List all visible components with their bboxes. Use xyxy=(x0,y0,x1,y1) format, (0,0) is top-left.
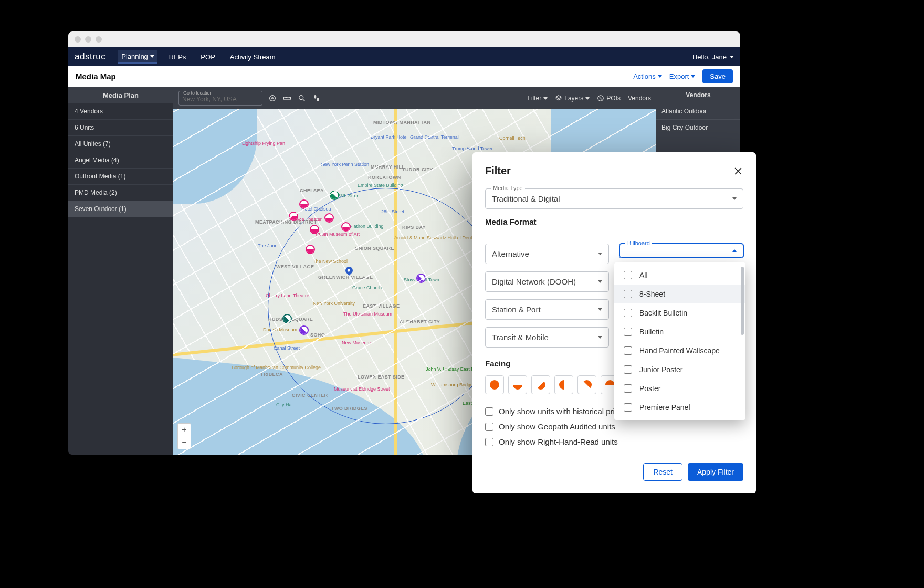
chevron-down-icon xyxy=(543,97,548,100)
facing-option[interactable] xyxy=(578,375,596,394)
sidebar-row[interactable]: Angel Media (4) xyxy=(68,152,173,169)
nav-planning[interactable]: Planning xyxy=(118,50,158,64)
nav-rfps[interactable]: RFPs xyxy=(166,51,190,63)
map-pin[interactable] xyxy=(299,200,309,209)
traffic-light-min[interactable] xyxy=(85,36,91,43)
dropdown-option[interactable]: Premiere Panel xyxy=(614,398,746,417)
checkbox-right-hand-read[interactable]: Only show Right-Hand-Read units xyxy=(485,434,743,449)
svg-point-0 xyxy=(270,96,276,101)
checkbox-icon xyxy=(485,423,494,431)
traffic-light-close[interactable] xyxy=(75,36,81,43)
map-pin[interactable] xyxy=(299,326,309,335)
chevron-down-icon xyxy=(658,75,662,78)
zoom-in-button[interactable]: + xyxy=(178,424,191,436)
footprints-icon[interactable] xyxy=(312,93,321,103)
map-pin[interactable] xyxy=(306,245,315,254)
format-select-alternative[interactable]: Alternative xyxy=(485,244,609,264)
nav-activity-stream[interactable]: Activity Stream xyxy=(227,51,279,63)
poi-label: Bryant Park Hotel xyxy=(370,134,408,140)
center-marker-icon[interactable] xyxy=(344,265,354,276)
block-icon xyxy=(597,94,604,102)
format-select-digital-network[interactable]: Digital Network (DOOH) xyxy=(485,271,609,292)
dropdown-option[interactable]: Junior Poster xyxy=(614,360,746,379)
map-pin[interactable] xyxy=(330,191,339,200)
dropdown-option[interactable]: 8-Sheet xyxy=(614,285,746,303)
checkbox-icon xyxy=(624,271,632,279)
page-subbar: Media Map Actions Export Save xyxy=(68,66,740,87)
filter-chip[interactable]: Filter xyxy=(528,94,548,102)
vendor-row[interactable]: Big City Outdoor xyxy=(656,119,740,135)
facing-option[interactable] xyxy=(531,375,550,394)
vendors-header: Vendors xyxy=(656,87,740,103)
map-pin[interactable] xyxy=(289,212,298,221)
sidebar-row[interactable]: 6 Units xyxy=(68,120,173,136)
traffic-light-max[interactable] xyxy=(96,36,102,43)
media-type-select[interactable]: Media Type Traditional & Digital xyxy=(485,188,743,209)
sidebar-row[interactable]: 4 Vendors xyxy=(68,103,173,120)
facing-option[interactable] xyxy=(508,375,527,394)
format-select-transit-mobile[interactable]: Transit & Mobile xyxy=(485,327,609,348)
map-pin[interactable] xyxy=(282,314,292,323)
filter-title: Filter xyxy=(485,165,511,177)
dropdown-option[interactable]: Hand Painted Wallscape xyxy=(614,341,746,360)
export-menu[interactable]: Export xyxy=(669,72,696,80)
chevron-down-icon xyxy=(598,308,602,311)
poi-label: Borough of Manhattan Community College xyxy=(231,365,321,370)
user-menu[interactable]: Hello, Jane xyxy=(692,53,734,61)
facing-option[interactable] xyxy=(554,375,573,394)
format-select-station-port[interactable]: Station & Port xyxy=(485,299,609,320)
ruler-icon[interactable] xyxy=(282,93,292,103)
sidebar-row[interactable]: Outfront Media (1) xyxy=(68,169,173,185)
location-search[interactable]: Go to location xyxy=(178,91,262,106)
apply-filter-button[interactable]: Apply Filter xyxy=(688,463,743,481)
vendor-row[interactable]: Atlantic Outdoor xyxy=(656,103,740,119)
zoom-out-button[interactable]: − xyxy=(178,436,191,449)
actions-menu[interactable]: Actions xyxy=(633,72,662,80)
highway xyxy=(394,109,397,455)
svg-point-3 xyxy=(299,96,303,100)
field-value: Traditional & Digital xyxy=(492,194,560,203)
dropdown-option[interactable]: Bulletin xyxy=(614,322,746,341)
layers-chip[interactable]: Layers xyxy=(555,94,590,102)
poi-label: Grand Central Terminal xyxy=(410,134,459,140)
svg-point-1 xyxy=(272,98,274,99)
nav-pop[interactable]: POP xyxy=(197,51,218,63)
dropdown-option[interactable]: Backlit Bulletin xyxy=(614,303,746,322)
chevron-up-icon xyxy=(732,249,737,252)
save-button[interactable]: Save xyxy=(702,69,733,83)
search-icon[interactable] xyxy=(297,93,307,103)
checkbox-geopath-audited[interactable]: Only show Geopath Audited units xyxy=(485,419,743,434)
checkbox-icon xyxy=(624,384,632,393)
map-pin[interactable] xyxy=(416,274,426,283)
poi-label: Flatiron Building xyxy=(349,224,384,229)
map-pin[interactable] xyxy=(310,225,319,234)
poi-label: Rubin Museum of Art xyxy=(315,232,360,237)
chevron-down-icon xyxy=(730,56,734,58)
media-plan-sidebar: Media Plan 4 Vendors 6 Units All Unites … xyxy=(68,87,173,455)
district-label: MURRAY HILL xyxy=(370,164,405,170)
format-select-billboard[interactable]: Billboard xyxy=(620,244,743,258)
dropdown-option[interactable]: All xyxy=(614,266,746,285)
poi-label: The Jane xyxy=(257,243,278,248)
sidebar-row[interactable]: All Unites (7) xyxy=(68,136,173,152)
scrollbar[interactable] xyxy=(741,267,744,335)
checkbox-icon xyxy=(485,438,494,446)
layers-icon xyxy=(555,94,562,102)
dropdown-option[interactable]: Poster xyxy=(614,379,746,398)
facing-option[interactable] xyxy=(485,375,504,394)
divider xyxy=(485,234,743,234)
pois-chip[interactable]: POIs xyxy=(597,94,621,102)
target-icon[interactable] xyxy=(268,93,277,103)
reset-button[interactable]: Reset xyxy=(643,463,682,481)
poi-label: Canal Street xyxy=(273,345,300,351)
search-input[interactable] xyxy=(182,96,259,103)
map-pin[interactable] xyxy=(324,213,334,223)
water-shape xyxy=(173,357,437,455)
vendors-chip[interactable]: Vendors xyxy=(628,94,651,102)
sidebar-row[interactable]: Seven Outdoor (1) xyxy=(68,201,173,217)
close-icon[interactable] xyxy=(733,166,743,176)
sidebar-row[interactable]: PMD Media (2) xyxy=(68,185,173,201)
district-label: MIDTOWN MANHATTAN xyxy=(373,120,431,125)
map-pin[interactable] xyxy=(341,222,351,232)
district-label: GREENWICH VILLAGE xyxy=(318,275,373,280)
